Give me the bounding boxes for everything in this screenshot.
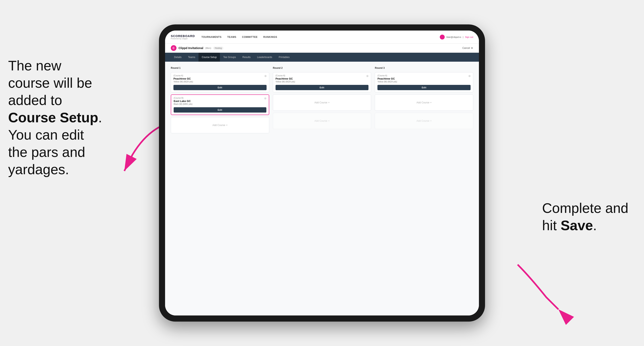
tournament-info: C Clippd Invitational (Men) Hosting (171, 45, 223, 51)
add-course-r2-extra-text: Add Course + (314, 120, 330, 122)
logo-subtitle: Powered by clippd (171, 38, 195, 40)
plus-icon-r2-extra: + (328, 120, 330, 122)
tab-bar: Details Teams Course Setup Tee Groups Re… (165, 53, 479, 62)
tab-printables[interactable]: Printables (276, 53, 293, 62)
sign-out-link[interactable]: Sign out (465, 36, 473, 38)
cancel-button[interactable]: Cancel ✕ (462, 46, 473, 50)
nav-tournaments[interactable]: TOURNAMENTS (201, 36, 222, 38)
round-1-course-b-card: ⊗ (Course B) East Lake GC Black (M) (689… (171, 94, 269, 115)
top-nav: SCOREBOARD Powered by clippd TOURNAMENTS… (165, 30, 479, 43)
course-a-r1-name: Peachtree GC (174, 77, 266, 80)
tab-leaderboards[interactable]: Leaderboards (254, 53, 275, 62)
edit-course-a-r2-button[interactable]: Edit (276, 85, 369, 90)
user-email: blair@clippd.io (446, 36, 461, 38)
plus-icon-r3: + (430, 101, 432, 104)
sub-header: C Clippd Invitational (Men) Hosting Canc… (165, 43, 479, 53)
course-a-r3-details: Yellow (M) (6629 yds) (378, 81, 470, 83)
course-a-r2-letter: (Course A) (276, 74, 369, 77)
round-2-column: Round 2 ⊗ (Course A) Peachtree GC Yellow… (273, 67, 371, 133)
course-a-r1-letter: (Course A) (174, 74, 266, 77)
delete-course-a-r3-icon[interactable]: ⊗ (468, 74, 472, 78)
course-b-r1-name: East Lake GC (174, 100, 266, 103)
add-course-r3-extra-text: Add Course + (416, 120, 432, 122)
tournament-gender: (Men) (205, 47, 211, 49)
tablet-screen: SCOREBOARD Powered by clippd TOURNAMENTS… (165, 30, 479, 316)
course-b-r1-details: Black (M) (6891 yds) (174, 103, 266, 105)
edit-course-a-r1-button[interactable]: Edit (174, 85, 266, 90)
add-course-r1-text: Add Course + (212, 124, 228, 127)
round-1-label: Round 1 (171, 67, 269, 69)
tab-tee-groups[interactable]: Tee Groups (220, 53, 239, 62)
edit-course-b-r1-button[interactable]: Edit (174, 107, 266, 113)
tablet-device: SCOREBOARD Powered by clippd TOURNAMENTS… (159, 24, 485, 322)
nav-right: blair@clippd.io | Sign out (440, 35, 473, 39)
rounds-container: Round 1 ⊗ (Course A) Peachtree GC Yellow… (171, 67, 473, 133)
round-2-course-a-card: ⊗ (Course A) Peachtree GC Yellow (M) (66… (273, 72, 371, 92)
add-course-r3-extra-button: Add Course + (375, 113, 473, 129)
annotation-right: Complete and hit Save. (542, 199, 632, 234)
logo-title: SCOREBOARD (171, 34, 195, 38)
course-a-r2-details: Yellow (M) (6629 yds) (276, 81, 369, 83)
add-course-r1-button[interactable]: Add Course + (171, 117, 269, 133)
avatar (440, 35, 445, 39)
plus-icon-r3-extra: + (430, 120, 432, 122)
course-a-r3-letter: (Course A) (378, 74, 470, 77)
scoreboard-logo: SCOREBOARD Powered by clippd (171, 34, 195, 40)
add-course-r2-extra-button: Add Course + (273, 113, 371, 129)
add-course-r3-button[interactable]: Add Course + (375, 94, 473, 111)
nav-links: TOURNAMENTS TEAMS COMMITTEE RANKINGS (201, 36, 440, 38)
tab-course-setup[interactable]: Course Setup (198, 53, 220, 62)
nav-teams[interactable]: TEAMS (227, 36, 236, 38)
nav-separator: | (463, 36, 464, 38)
course-b-r1-letter: (Course B) (174, 97, 266, 99)
add-course-r2-button[interactable]: Add Course + (273, 94, 371, 111)
course-a-r1-details: Yellow (M) (6629 yds) (174, 81, 266, 83)
c-logo: C (171, 45, 176, 51)
tab-details[interactable]: Details (171, 53, 185, 62)
delete-course-b-r1-icon[interactable]: ⊗ (264, 96, 267, 100)
annotation-bold-course-setup: Course Setup (8, 110, 98, 125)
add-course-r3-text: Add Course + (416, 101, 432, 104)
annotation-bold-save: Save (561, 218, 593, 233)
delete-course-a-r2-icon[interactable]: ⊗ (366, 74, 369, 78)
round-3-course-a-card: ⊗ (Course A) Peachtree GC Yellow (M) (66… (375, 72, 473, 92)
tab-results[interactable]: Results (239, 53, 254, 62)
close-icon: ✕ (471, 46, 473, 50)
plus-icon-r1: + (226, 124, 228, 127)
nav-rankings[interactable]: RANKINGS (263, 36, 277, 38)
round-2-label: Round 2 (273, 67, 371, 69)
tab-teams[interactable]: Teams (185, 53, 198, 62)
round-3-column: Round 3 ⊗ (Course A) Peachtree GC Yellow… (375, 67, 473, 133)
edit-course-a-r3-button[interactable]: Edit (378, 85, 470, 90)
tournament-name: Clippd Invitational (178, 46, 203, 50)
course-a-r2-name: Peachtree GC (276, 77, 369, 80)
plus-icon-r2: + (328, 101, 330, 104)
round-3-label: Round 3 (375, 67, 473, 69)
main-content: Round 1 ⊗ (Course A) Peachtree GC Yellow… (165, 62, 479, 316)
nav-committee[interactable]: COMMITTEE (242, 36, 258, 38)
round-1-column: Round 1 ⊗ (Course A) Peachtree GC Yellow… (171, 67, 269, 133)
arrow-right (506, 261, 575, 318)
round-1-course-a-card: ⊗ (Course A) Peachtree GC Yellow (M) (66… (171, 72, 269, 92)
delete-course-a-r1-icon[interactable]: ⊗ (264, 74, 268, 78)
add-course-r2-text: Add Course + (314, 101, 330, 104)
hosting-badge: Hosting (213, 47, 223, 50)
course-a-r3-name: Peachtree GC (378, 77, 470, 80)
